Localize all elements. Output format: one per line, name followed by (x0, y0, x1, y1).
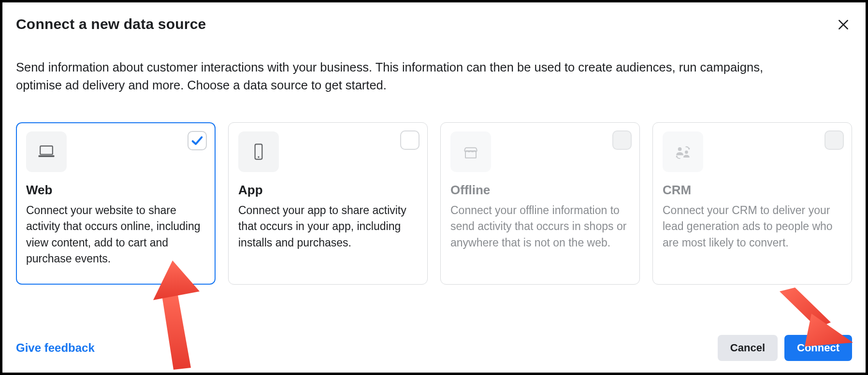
laptop-icon (26, 131, 67, 172)
option-web[interactable]: Web Connect your website to share activi… (16, 122, 216, 285)
connect-button[interactable]: Connect (784, 335, 852, 361)
option-offline-title: Offline (450, 183, 630, 198)
modal-header: Connect a new data source (16, 16, 852, 33)
option-crm-checkbox (825, 130, 844, 150)
svg-rect-3 (39, 155, 55, 157)
give-feedback-link[interactable]: Give feedback (16, 341, 95, 355)
svg-point-8 (685, 151, 688, 154)
footer-actions: Cancel Connect (718, 335, 852, 361)
close-button[interactable] (835, 16, 852, 33)
option-web-desc: Connect your website to share activity t… (26, 202, 205, 267)
modal-subtitle: Send information about customer interact… (16, 58, 809, 94)
svg-rect-6 (465, 151, 476, 158)
option-web-checkbox[interactable] (188, 131, 207, 150)
option-offline: Offline Connect your offline information… (440, 122, 640, 285)
svg-rect-2 (40, 146, 53, 154)
data-source-options: Web Connect your website to share activi… (16, 122, 852, 285)
crm-icon (663, 131, 703, 172)
modal-title: Connect a new data source (16, 16, 206, 32)
connect-data-source-modal: Connect a new data source Send informati… (0, 0, 868, 375)
svg-point-7 (678, 147, 682, 151)
cancel-button[interactable]: Cancel (718, 335, 778, 361)
svg-point-5 (258, 156, 259, 158)
option-offline-desc: Connect your offline information to send… (450, 202, 630, 251)
option-app-desc: Connect your app to share activity that … (238, 202, 418, 251)
option-crm-desc: Connect your CRM to deliver your lead ge… (663, 202, 842, 251)
option-app[interactable]: App Connect your app to share activity t… (228, 122, 428, 285)
check-icon (190, 134, 204, 147)
option-app-title: App (238, 183, 418, 198)
modal-footer: Give feedback Cancel Connect (16, 320, 852, 361)
store-icon (450, 131, 491, 172)
option-web-title: Web (26, 183, 205, 198)
close-icon (837, 18, 850, 31)
option-crm: CRM Connect your CRM to deliver your lea… (652, 122, 852, 285)
option-app-checkbox[interactable] (400, 130, 420, 150)
phone-icon (238, 131, 279, 172)
option-offline-checkbox (612, 130, 632, 150)
option-crm-title: CRM (663, 183, 842, 198)
